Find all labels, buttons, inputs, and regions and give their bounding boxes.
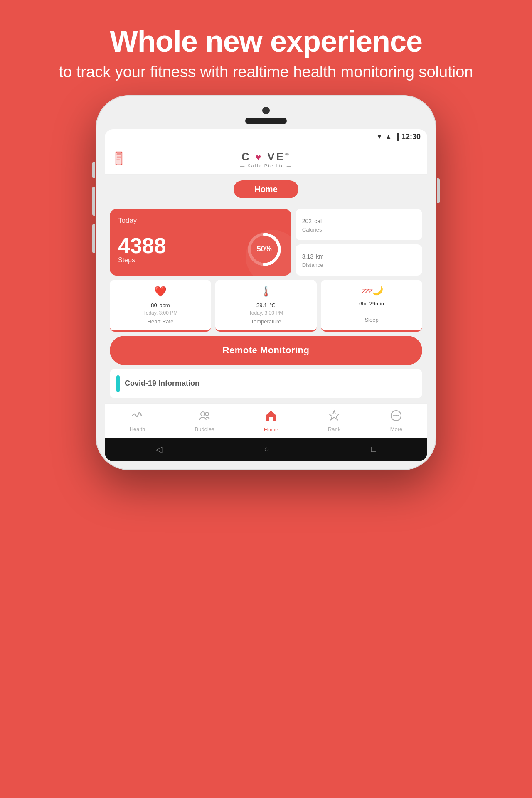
phone-screen: ▼ ▲ ▐ 12:30 C ♥ VE® [105, 129, 427, 461]
heart-icon: ❤️ [116, 286, 205, 297]
device-icon [113, 151, 125, 167]
temperature-card[interactable]: 🌡️ 39.1 ℃ Today, 3:00 PM Temperature [215, 280, 317, 332]
logo-sub: — KaHa Pte Ltd — [240, 163, 292, 168]
page-header: Whole new experience to track your fitne… [26, 0, 507, 95]
sleep-icon: zzz🌙 [327, 286, 416, 296]
buddies-icon [199, 410, 210, 424]
nav-item-buddies[interactable]: Buddies [191, 408, 219, 434]
headline: Whole new experience [59, 25, 473, 58]
logo-name: C ♥ VE® [240, 150, 292, 163]
side-button-left-2 [92, 187, 95, 216]
health-icon [131, 410, 143, 424]
remote-btn-container: Remote Monitoring [110, 336, 422, 365]
status-bar: ▼ ▲ ▐ 12:30 [105, 129, 427, 145]
home-nav-icon [265, 409, 277, 425]
distance-value: 3.13 km [302, 250, 416, 261]
nav-item-rank[interactable]: Rank [324, 408, 345, 434]
logo-heart: ♥ [256, 152, 263, 163]
steps-count: 4388 [118, 235, 166, 256]
bottom-nav: Health Buddies [105, 403, 427, 438]
calories-card[interactable]: 202 cal Calories [296, 209, 422, 240]
temperature-value: 39.1 ℃ [221, 300, 311, 309]
status-icons: ▼ ▲ ▐ 12:30 [376, 133, 421, 141]
temperature-time: Today, 3:00 PM [221, 310, 311, 316]
nav-item-health[interactable]: Health [126, 408, 150, 434]
phone-camera [262, 107, 270, 114]
temperature-label: Temperature [221, 318, 311, 325]
side-button-left-3 [92, 224, 95, 253]
nav-label-home: Home [264, 426, 278, 433]
side-button-right [437, 178, 440, 203]
android-back[interactable]: ◁ [156, 444, 162, 454]
battery-icon: ▐ [394, 133, 399, 140]
nav-item-home[interactable]: Home [260, 408, 283, 434]
svg-marker-9 [329, 411, 339, 420]
nav-label-rank: Rank [328, 426, 340, 432]
home-pill-container: Home [105, 175, 427, 204]
sleep-label: Sleep [327, 317, 416, 323]
covid-title: Covid-19 Information [125, 379, 200, 388]
steps-count-group: 4388 Steps [118, 235, 166, 264]
heart-rate-value: 80 bpm [116, 300, 205, 309]
phone-earpiece [245, 118, 287, 124]
nav-label-health: Health [130, 426, 145, 432]
home-pill-button[interactable]: Home [234, 180, 298, 198]
calories-label: Calories [302, 227, 416, 233]
svg-point-12 [395, 415, 397, 416]
svg-point-7 [201, 412, 205, 416]
svg-rect-2 [117, 153, 121, 155]
steps-card[interactable]: Today 4388 Steps 50% [110, 209, 291, 276]
android-recent[interactable]: □ [371, 444, 376, 454]
covid-indicator [116, 375, 120, 392]
heart-rate-time: Today, 3:00 PM [116, 310, 205, 316]
android-home[interactable]: ○ [264, 444, 269, 454]
svg-point-13 [397, 415, 399, 416]
steps-today-label: Today [118, 217, 283, 225]
svg-point-11 [393, 415, 395, 416]
svg-rect-4 [117, 159, 120, 160]
nav-label-buddies: Buddies [195, 426, 214, 432]
heart-rate-label: Heart Rate [116, 318, 205, 325]
status-time: 12:30 [401, 133, 421, 141]
heart-rate-card[interactable]: ❤️ 80 bpm Today, 3:00 PM Heart Rate [110, 280, 211, 332]
app-content: Today 4388 Steps 50% [105, 204, 427, 403]
covid-card[interactable]: Covid-19 Information [110, 369, 422, 398]
distance-label: Distance [302, 262, 416, 268]
sleep-value: 6hr 29min [327, 298, 416, 308]
metrics-row: ❤️ 80 bpm Today, 3:00 PM Heart Rate 🌡️ 3… [110, 280, 422, 332]
distance-card[interactable]: 3.13 km Distance [296, 244, 422, 276]
more-icon [390, 410, 402, 424]
calories-value: 202 cal [302, 215, 416, 226]
steps-info: 4388 Steps 50% [118, 231, 283, 268]
steps-circle-progress: 50% [246, 231, 283, 268]
phone-top-hardware [105, 107, 427, 129]
svg-point-8 [205, 412, 209, 416]
side-button-left-1 [92, 162, 95, 178]
android-nav-bar: ◁ ○ □ [105, 438, 427, 461]
remote-monitoring-button[interactable]: Remote Monitoring [110, 336, 422, 365]
nav-label-more: More [390, 426, 403, 432]
app-logo: C ♥ VE® — KaHa Pte Ltd — [240, 150, 292, 168]
rank-icon [328, 410, 340, 424]
nav-item-more[interactable]: More [386, 408, 407, 434]
thermometer-icon: 🌡️ [221, 286, 311, 297]
phone-frame: ▼ ▲ ▐ 12:30 C ♥ VE® [96, 95, 436, 470]
signal-icon: ▲ [385, 133, 392, 140]
wifi-icon: ▼ [376, 133, 383, 140]
svg-rect-3 [117, 157, 121, 158]
app-header: C ♥ VE® — KaHa Pte Ltd — [105, 145, 427, 175]
subtext: to track your fitness with realtime heal… [59, 62, 473, 82]
sleep-time: - [327, 308, 416, 314]
sleep-card[interactable]: zzz🌙 6hr 29min - Sleep [321, 280, 422, 332]
stats-row: Today 4388 Steps 50% [110, 209, 422, 276]
right-stats: 202 cal Calories 3.13 km Distance [296, 209, 422, 276]
circle-percent: 50% [257, 245, 272, 254]
